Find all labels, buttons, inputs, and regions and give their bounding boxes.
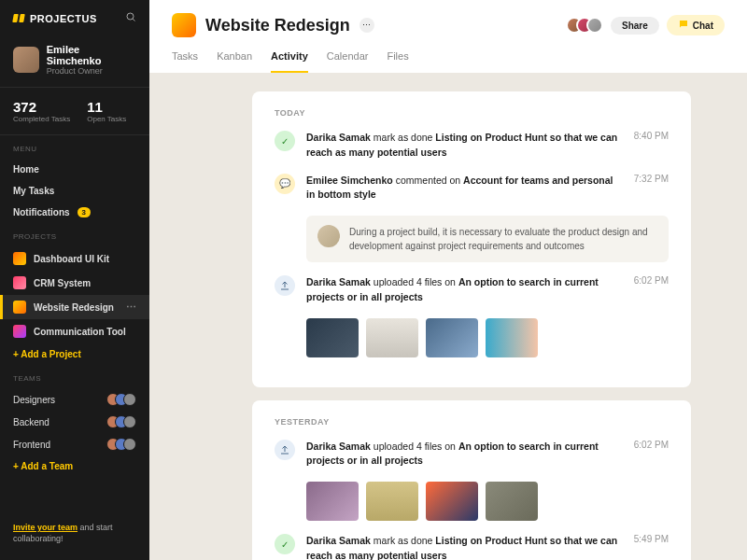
profile-block[interactable]: Emilee Simchenko Product Owner: [0, 36, 149, 88]
brand-row: PROJECTUS: [0, 11, 149, 36]
file-thumbnail[interactable]: [306, 482, 359, 521]
nav-notifications-label: Notifications: [13, 207, 70, 217]
yesterday-label: YESTERDAY: [275, 417, 669, 427]
upload-icon: [275, 275, 295, 296]
stats-row: 372 Completed Tasks 11 Open Tasks: [0, 88, 149, 135]
file-thumbnail[interactable]: [306, 318, 359, 357]
activity-time: 7:32 PM: [634, 174, 669, 203]
thumbnail-row: [306, 318, 669, 357]
share-button[interactable]: Share: [611, 17, 659, 35]
sidebar-project-item[interactable]: Dashboard UI Kit: [0, 246, 149, 271]
invite-footer: Invite your team and start collaborating…: [0, 509, 149, 549]
thumbnail-row: [306, 482, 669, 521]
project-logo-icon: [172, 13, 196, 37]
today-card: TODAY ✓ Darika Samak mark as done Listin…: [252, 91, 691, 387]
project-color-icon: [13, 252, 26, 265]
add-project-link[interactable]: + Add a Project: [0, 343, 149, 365]
activity-feed: TODAY ✓ Darika Samak mark as done Listin…: [149, 73, 747, 560]
comment-icon: 💬: [275, 174, 295, 194]
tab-activity[interactable]: Activity: [271, 50, 308, 73]
today-label: TODAY: [275, 108, 669, 118]
check-icon: ✓: [275, 131, 295, 151]
project-color-icon: [13, 325, 26, 338]
section-projects-title: PROJECTS: [0, 223, 149, 246]
project-color-icon: [13, 301, 26, 314]
team-avatars: [111, 438, 136, 451]
profile-name: Emilee Simchenko: [47, 44, 136, 66]
file-thumbnail[interactable]: [486, 482, 538, 521]
project-more-button[interactable]: ⋯: [359, 18, 374, 33]
activity-item: 💬 Emilee Simchenko commented on Account …: [275, 174, 669, 203]
brand-title: PROJECTUS: [30, 13, 97, 24]
activity-item: Darika Samak uploaded 4 files on An opti…: [275, 275, 669, 305]
activity-time: 6:02 PM: [634, 275, 669, 305]
team-avatars: [111, 393, 136, 406]
profile-role: Product Owner: [47, 66, 136, 76]
sidebar-team-item[interactable]: Backend: [0, 411, 149, 433]
completed-count: 372: [13, 99, 70, 115]
sidebar-project-item[interactable]: Communication Tool: [0, 319, 149, 343]
chat-icon: [678, 19, 689, 32]
comment-text: During a project build, it is necessary …: [349, 225, 657, 253]
comment-avatar: [317, 225, 340, 247]
svg-point-0: [127, 13, 134, 20]
page-header: Website Redesign ⋯ Share Chat Tasks Kanb…: [149, 0, 747, 73]
nav-home[interactable]: Home: [0, 159, 149, 180]
member-avatars[interactable]: [572, 17, 603, 34]
section-menu-title: MENU: [0, 135, 149, 159]
nav-mytasks[interactable]: My Tasks: [0, 180, 149, 202]
sidebar-team-item[interactable]: Frontend: [0, 433, 149, 455]
svg-line-1: [133, 19, 134, 21]
sidebar-team-item[interactable]: Designers: [0, 388, 149, 411]
nav-notifications[interactable]: Notifications 3: [0, 202, 149, 223]
activity-item: ✓ Darika Samak mark as done Listing on P…: [275, 131, 669, 161]
open-label: Open Tasks: [87, 115, 126, 123]
project-color-icon: [13, 276, 26, 289]
check-icon: ✓: [275, 534, 295, 554]
open-count: 11: [87, 99, 126, 115]
activity-item: ✓ Darika Samak mark as done Listing on P…: [275, 534, 669, 560]
file-thumbnail[interactable]: [426, 482, 478, 521]
main-area: Website Redesign ⋯ Share Chat Tasks Kanb…: [149, 0, 747, 560]
file-thumbnail[interactable]: [366, 482, 418, 521]
search-icon[interactable]: [125, 11, 136, 25]
invite-link[interactable]: Invite your team: [13, 523, 78, 532]
comment-box: During a project build, it is necessary …: [306, 216, 669, 262]
tab-calendar[interactable]: Calendar: [327, 50, 369, 73]
sidebar-project-item[interactable]: CRM System: [0, 271, 149, 295]
tabs-row: Tasks Kanban Activity Calendar Files: [172, 50, 725, 73]
file-thumbnail[interactable]: [486, 318, 538, 357]
page-title: Website Redesign: [205, 16, 350, 35]
file-thumbnail[interactable]: [426, 318, 478, 357]
tab-files[interactable]: Files: [387, 50, 408, 73]
completed-label: Completed Tasks: [13, 115, 70, 123]
more-icon[interactable]: ⋯: [126, 301, 136, 314]
chat-button[interactable]: Chat: [667, 15, 725, 35]
brand-logo-icon: [13, 14, 24, 22]
upload-icon: [275, 440, 295, 460]
activity-time: 5:49 PM: [634, 534, 669, 560]
activity-item: Darika Samak uploaded 4 files on An opti…: [275, 440, 669, 469]
tab-tasks[interactable]: Tasks: [172, 50, 198, 73]
sidebar-project-item[interactable]: Website Redesign⋯: [0, 295, 149, 319]
section-teams-title: TEAMS: [0, 365, 149, 388]
team-avatars: [111, 415, 136, 428]
notifications-badge: 3: [78, 207, 91, 217]
file-thumbnail[interactable]: [366, 318, 418, 357]
profile-avatar: [13, 47, 39, 73]
activity-time: 8:40 PM: [634, 131, 669, 161]
add-team-link[interactable]: + Add a Team: [0, 455, 149, 477]
sidebar: PROJECTUS Emilee Simchenko Product Owner…: [0, 0, 149, 560]
tab-kanban[interactable]: Kanban: [217, 50, 252, 73]
yesterday-card: YESTERDAY Darika Samak uploaded 4 files …: [252, 400, 691, 561]
activity-time: 6:02 PM: [634, 440, 669, 469]
